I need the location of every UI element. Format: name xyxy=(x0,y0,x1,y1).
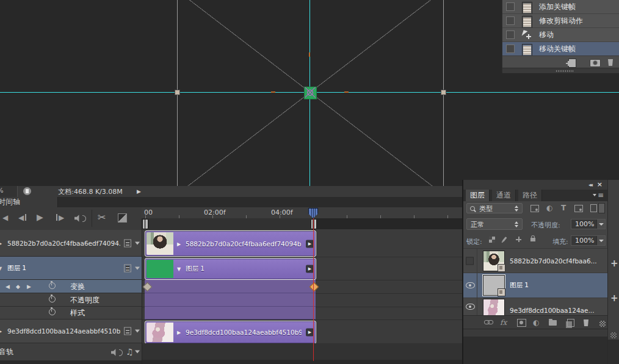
layer-row-selected[interactable]: 图层 1 xyxy=(463,273,607,298)
history-item[interactable]: 修改剪辑动作 xyxy=(502,14,619,28)
audio-track-menu-arrow-icon[interactable] xyxy=(135,351,140,354)
audio-mute-speaker-icon[interactable] xyxy=(111,349,118,356)
delete-state-trash-icon[interactable] xyxy=(607,59,614,66)
panel-resize-grip[interactable] xyxy=(599,321,606,327)
filter-pixel-layers-icon[interactable] xyxy=(530,205,539,212)
clip-expand-icon[interactable]: ▶ xyxy=(177,241,181,246)
layer-thumbnail[interactable] xyxy=(483,299,505,315)
eye-icon[interactable] xyxy=(466,304,475,310)
link-layers-icon[interactable] xyxy=(484,320,493,324)
visibility-column[interactable] xyxy=(463,249,477,273)
green-layer-content[interactable] xyxy=(304,87,317,99)
filter-smart-objects-icon[interactable] xyxy=(590,204,597,212)
clip-layer1[interactable]: ▼ 图层 1 ▶ xyxy=(145,258,316,280)
visibility-empty-icon[interactable] xyxy=(466,257,474,265)
track-collapse-icon[interactable]: ▼ xyxy=(0,265,2,271)
status-options-arrow-icon[interactable]: ▶ xyxy=(137,188,141,194)
property-row-style[interactable]: 样式 xyxy=(0,307,142,319)
history-item[interactable]: 添加关键帧 xyxy=(502,0,619,14)
opacity-dropdown-arrow-icon[interactable] xyxy=(596,219,605,229)
eye-icon[interactable] xyxy=(466,282,475,288)
tab-layers[interactable]: 图层 xyxy=(466,190,490,201)
visibility-column[interactable] xyxy=(463,298,477,315)
stopwatch-icon[interactable] xyxy=(49,309,56,315)
audio-track-header[interactable]: 音轨 ♫ xyxy=(0,343,142,361)
filter-adjustment-layers-icon[interactable]: ◐ xyxy=(546,204,552,212)
transform-handle-right[interactable] xyxy=(441,90,446,95)
new-layer-icon[interactable] xyxy=(567,319,574,327)
next-frame-icon[interactable]: ▶ xyxy=(59,213,64,222)
blend-mode-dropdown[interactable]: 正常 xyxy=(466,218,523,230)
opacity-value-box[interactable]: 100% xyxy=(571,219,606,229)
track-header-3[interactable]: ▶ 9e3df8dcd100baa124aeabbf4510b... xyxy=(0,319,142,343)
transform-keyframe-lane[interactable] xyxy=(142,280,462,294)
layer-row[interactable]: 5882b2b7d0a20cf4fbaa6... xyxy=(463,249,607,273)
timeline-ruler[interactable]: 00 02:00f 04:00f xyxy=(142,207,462,219)
lock-all-padlock-icon[interactable] xyxy=(530,238,535,241)
tab-paths[interactable]: 路径 xyxy=(518,190,542,201)
track-menu-arrow-icon[interactable] xyxy=(135,266,140,269)
plus-icon[interactable]: + xyxy=(610,293,618,304)
lock-transparency-icon[interactable] xyxy=(489,237,495,243)
track-expand-icon[interactable]: ▶ xyxy=(0,240,2,246)
track-menu-arrow-icon[interactable] xyxy=(135,241,140,244)
adjustment-layer-icon[interactable]: ◐ xyxy=(533,318,539,327)
history-item[interactable]: 移动 xyxy=(502,28,619,42)
property-row-transform-selected[interactable]: ◀ ◆ ▶ 变换 xyxy=(0,280,142,293)
history-item-selected[interactable]: 移动关键帧 xyxy=(502,42,619,56)
opacity-keyframe-lane[interactable] xyxy=(142,293,462,307)
zoom-percent-field[interactable]: % xyxy=(0,186,18,197)
new-document-from-state-icon[interactable] xyxy=(568,59,576,68)
layer-style-fx-icon[interactable]: fx xyxy=(500,318,507,327)
filter-shape-layers-icon[interactable] xyxy=(574,205,583,212)
history-brush-checkbox[interactable] xyxy=(506,16,515,25)
history-brush-checkbox[interactable] xyxy=(506,30,515,39)
go-to-first-frame-icon[interactable]: ◀ xyxy=(2,213,8,222)
next-keyframe-icon[interactable]: ▶ xyxy=(27,284,31,290)
stopwatch-icon[interactable] xyxy=(49,282,56,289)
filter-type-dropdown[interactable]: 类型 xyxy=(466,203,523,213)
video-track-film-icon[interactable] xyxy=(124,327,131,335)
layer-thumbnail[interactable] xyxy=(483,275,505,296)
track-header-1[interactable]: ▶ 5882b2b7d0a20cf4fbaa6edf74094... xyxy=(0,230,142,257)
track-menu-arrow-icon[interactable] xyxy=(135,330,140,333)
clip-track1[interactable]: ▶ 5882b2b7d0a20cf4fbaa6edf74094b3... ▶ xyxy=(145,230,316,257)
fill-dropdown-arrow-icon[interactable] xyxy=(596,236,605,245)
layer-name[interactable]: 5882b2b7d0a20cf4fbaa6... xyxy=(510,257,597,265)
previous-keyframe-icon[interactable]: ◀ xyxy=(5,284,10,290)
stopwatch-icon[interactable] xyxy=(49,296,56,302)
dock-resize-grip[interactable] xyxy=(610,332,617,338)
plus-icon[interactable]: + xyxy=(610,258,618,269)
track-expand-icon[interactable]: ▶ xyxy=(0,329,2,334)
video-track-film-icon[interactable] xyxy=(124,239,131,247)
clip-expand-icon[interactable]: ▶ xyxy=(177,330,181,335)
layer-name[interactable]: 9e3df8dcd100baa124ae... xyxy=(510,307,595,314)
delete-layer-trash-icon[interactable] xyxy=(583,319,589,326)
work-area-end-handle[interactable] xyxy=(311,219,317,229)
panel-menu-icon[interactable]: ≡ xyxy=(593,191,604,199)
filter-on-off-toggle[interactable] xyxy=(598,203,605,213)
scrollbar-thumb[interactable] xyxy=(556,70,574,72)
new-snapshot-camera-icon[interactable] xyxy=(590,59,601,67)
play-button-icon[interactable]: ▶ xyxy=(37,213,43,221)
tab-channels[interactable]: 通道 xyxy=(492,190,516,201)
lock-position-move-icon[interactable] xyxy=(516,237,521,242)
history-brush-checkbox[interactable] xyxy=(506,2,515,11)
history-brush-checkbox[interactable] xyxy=(506,45,515,53)
track-header-layer1-selected[interactable]: ▼ 图层 1 xyxy=(0,257,142,280)
layer-name[interactable]: 图层 1 xyxy=(510,281,529,290)
visibility-column[interactable] xyxy=(463,273,477,298)
transform-reference-point[interactable] xyxy=(307,90,313,96)
clip-track3[interactable]: ▶ 9e3df8dcd100baa124aeabbf4510b91... ▶ xyxy=(145,321,316,344)
clip-collapse-icon[interactable]: ▼ xyxy=(177,266,181,272)
tab-timeline[interactable]: 时间轴 xyxy=(0,197,58,207)
fill-value-box[interactable]: 100% xyxy=(571,235,606,246)
audio-track-music-icon[interactable]: ♫ xyxy=(126,347,134,357)
layer-thumbnail[interactable] xyxy=(483,251,505,271)
filter-type-layers-icon[interactable]: T xyxy=(561,204,566,212)
lock-pixels-brush-icon[interactable] xyxy=(502,237,507,242)
mute-audio-speaker-icon[interactable] xyxy=(74,215,82,222)
close-panel-icon[interactable]: × xyxy=(597,180,603,188)
style-keyframe-lane[interactable] xyxy=(142,307,462,320)
add-keyframe-diamond-icon[interactable]: ◆ xyxy=(16,284,20,290)
